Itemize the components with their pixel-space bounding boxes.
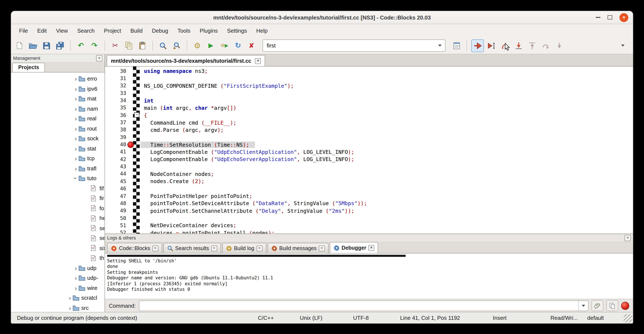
tree-item-udp[interactable]: udp [11, 263, 104, 273]
build-and-run-button[interactable]: ⚙▶ [218, 40, 230, 52]
chevron-right-icon[interactable] [73, 155, 79, 162]
tree-item-stat[interactable]: stat [11, 143, 104, 153]
redo-button[interactable]: ↷ [88, 40, 100, 52]
command-combobox[interactable] [139, 300, 588, 311]
code-line[interactable]: 33 [105, 89, 633, 97]
code-line[interactable]: 39 [105, 134, 633, 141]
tree-item-tuto[interactable]: tuto [11, 173, 104, 183]
toolbar-overflow-button[interactable] [617, 40, 629, 52]
panel-close-button[interactable]: × [96, 55, 102, 61]
tree-item-six[interactable]: six [11, 243, 104, 253]
next-instruction-button[interactable] [540, 40, 552, 52]
tab-close-icon[interactable]: × [211, 245, 217, 251]
code-line[interactable]: 36{ [105, 112, 633, 119]
code-line[interactable]: 42 LogComponentEnable ("UdpEchoServerApp… [105, 156, 633, 163]
menu-search[interactable]: Search [72, 24, 99, 37]
title-bar[interactable]: mnt/dev/tools/source/ns-3-dev/examples/t… [11, 11, 633, 24]
chevron-right-icon[interactable] [73, 285, 79, 291]
breakpoint-gutter[interactable] [127, 141, 134, 148]
symbol-search-combobox[interactable] [262, 40, 446, 52]
code-line[interactable]: 32NS_LOG_COMPONENT_DEFINE ("FirstScriptE… [105, 82, 633, 89]
tree-item-tcp[interactable]: tcp [11, 153, 104, 163]
tree-item-src[interactable]: src [11, 303, 104, 312]
copy-log-button[interactable] [606, 300, 618, 311]
close-button[interactable]: × [620, 13, 628, 22]
code-line[interactable]: 47 PointToPointHelper pointToPoint; [105, 192, 633, 200]
tree-item-scratcl[interactable]: scratcl [11, 293, 104, 303]
abort-button[interactable]: ✘ [246, 40, 258, 52]
tab-close-icon[interactable]: × [256, 245, 262, 251]
step-into-button[interactable] [513, 40, 524, 52]
code-line[interactable]: 40 Time::SetResolution (Time::NS); [105, 141, 633, 148]
log-tab-code-blocks[interactable]: Code::Blocks× [107, 243, 162, 253]
tree-item-fir[interactable]: fir [11, 193, 104, 203]
menu-file[interactable]: File [14, 24, 32, 37]
code-line[interactable]: 43 [105, 163, 633, 170]
tree-item-udp[interactable]: udp- [11, 273, 104, 283]
run-button[interactable]: ▶ [205, 40, 217, 52]
code-line[interactable]: 31 [105, 75, 633, 82]
stop-debugger-button[interactable] [621, 301, 629, 310]
save-button[interactable] [41, 40, 52, 52]
tree-item-he[interactable]: he [11, 213, 104, 223]
chevron-right-icon[interactable] [73, 135, 79, 142]
save-all-button[interactable] [54, 40, 66, 52]
chevron-right-icon[interactable] [73, 76, 79, 82]
code-line[interactable]: 37 CommandLine cmd (__FILE__); [105, 119, 633, 126]
log-tab-search-results[interactable]: Search results× [163, 243, 221, 253]
code-editor[interactable]: 30using namespace ns3;3132NS_LOG_COMPONE… [105, 67, 633, 233]
breakpoint-marker[interactable] [127, 141, 134, 148]
step-out-button[interactable] [526, 40, 538, 52]
tree-item-mat[interactable]: mat [11, 94, 104, 104]
fold-marker-icon[interactable] [134, 112, 139, 117]
code-line[interactable]: 48 pointToPoint.SetDeviceAttribute ("Dat… [105, 200, 633, 207]
symbol-search-input[interactable] [263, 42, 435, 49]
code-line[interactable]: 50 [105, 214, 633, 222]
run-to-cursor-button[interactable] [486, 40, 498, 52]
menu-tools[interactable]: Tools [173, 24, 195, 37]
tree-item-erro[interactable]: erro [11, 74, 104, 84]
cut-button[interactable]: ✂ [109, 40, 121, 52]
chevron-right-icon[interactable] [67, 305, 73, 311]
tree-item-se[interactable]: se [11, 223, 104, 233]
editor-tab[interactable]: mnt/dev/tools/source/ns-3-dev/examples/t… [107, 55, 265, 66]
tab-close-icon[interactable]: × [319, 245, 325, 251]
chevron-right-icon[interactable] [73, 165, 79, 172]
chevron-right-icon[interactable] [73, 116, 79, 122]
code-line[interactable]: 51 NetDeviceContainer devices; [105, 222, 633, 229]
code-line[interactable]: 46 [105, 185, 633, 192]
rebuild-button[interactable]: ↻ [232, 40, 244, 52]
tab-close-icon[interactable]: × [255, 58, 261, 64]
log-tab-build-log[interactable]: Build log× [222, 243, 266, 253]
code-line[interactable]: 45 nodes.Create (2); [105, 178, 633, 185]
minimize-button[interactable] [596, 17, 600, 18]
tab-close-icon[interactable]: × [368, 245, 374, 251]
menu-edit[interactable]: Edit [32, 24, 52, 37]
tab-projects[interactable]: Projects [12, 63, 45, 72]
chevron-right-icon[interactable] [73, 86, 79, 92]
tree-item-fif[interactable]: fif [11, 183, 104, 193]
tree-item-se[interactable]: se [11, 233, 104, 243]
resize-grip[interactable] [624, 314, 632, 322]
tree-item-real[interactable]: real [11, 114, 104, 124]
tab-close-icon[interactable]: × [152, 245, 158, 251]
log-tab-debugger[interactable]: Debugger× [330, 242, 378, 253]
debug-continue-button[interactable] [471, 39, 484, 52]
open-file-button[interactable] [27, 40, 39, 52]
compiler-listing-button[interactable] [450, 40, 462, 52]
tree-item-rout[interactable]: rout [11, 124, 104, 134]
new-file-button[interactable] [14, 40, 26, 52]
code-line[interactable]: 38 cmd.Parse (argc, argv); [105, 126, 633, 134]
chevron-right-icon[interactable] [73, 125, 79, 132]
build-button[interactable]: ⚙ [192, 40, 203, 52]
menu-project[interactable]: Project [99, 24, 126, 37]
menu-view[interactable]: View [52, 24, 72, 37]
find-button[interactable] [157, 40, 169, 52]
copy-button[interactable] [123, 40, 135, 52]
menu-build[interactable]: Build [126, 24, 147, 37]
menu-help[interactable]: Help [252, 24, 272, 37]
command-history-button[interactable] [578, 301, 588, 310]
chevron-right-icon[interactable] [73, 265, 79, 271]
chevron-right-icon[interactable] [73, 275, 79, 281]
code-line[interactable]: 34int [105, 97, 633, 104]
